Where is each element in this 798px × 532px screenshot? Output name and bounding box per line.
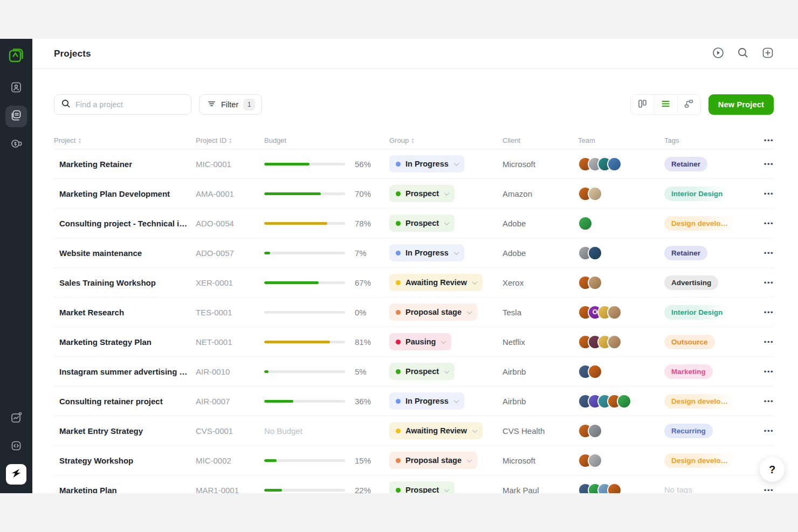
row-menu-button[interactable]: ••• [764,189,774,199]
avatar[interactable] [607,335,622,349]
project-id-cell: ADO-0054 [196,219,264,228]
status-dot-icon [396,369,401,374]
row-menu-button[interactable]: ••• [764,396,774,406]
table-row[interactable]: Market ResearchTES-00010%Proposal stageT… [54,298,774,327]
project-name[interactable]: Marketing Strategy Plan [54,337,189,347]
brand-logo-icon[interactable] [8,47,24,66]
tag-pill[interactable]: Recurring [664,424,713,438]
status-dropdown[interactable]: Prospect [389,215,455,232]
tag-pill[interactable]: Marketing [664,364,713,379]
status-dropdown[interactable]: In Progress [389,392,464,410]
status-dropdown[interactable]: Awaiting Review [389,422,483,439]
project-search[interactable] [54,94,191,115]
sort-icon[interactable]: ▲▼ [78,137,81,143]
avatar[interactable] [607,305,622,320]
table-row[interactable]: Consulting retainer projectAIR-000736%In… [54,386,774,416]
status-dropdown[interactable]: Prospect [389,363,455,380]
status-dropdown[interactable]: In Progress [389,244,464,261]
project-name[interactable]: Marketing Retainer [54,160,189,169]
table-row[interactable]: Marketing RetainerMIC-000156%In Progress… [54,149,774,179]
status-dropdown[interactable]: Awaiting Review [389,274,483,291]
avatar[interactable] [578,216,593,231]
status-dropdown[interactable]: In Progress [389,155,464,172]
row-menu-button[interactable]: ••• [764,159,774,169]
global-search-button[interactable] [737,47,749,60]
row-menu-button[interactable]: ••• [764,278,774,288]
tag-pill[interactable]: Design develo… [664,394,735,409]
avatar[interactable] [588,364,602,379]
list-view-button[interactable] [654,95,677,114]
status-dropdown[interactable]: Proposal stage [389,452,477,469]
avatar[interactable] [607,157,622,171]
tag-pill[interactable]: Interior Design [664,305,730,320]
tag-pill[interactable]: Design develo… [664,453,735,468]
tag-pill[interactable]: Design develo… [664,216,735,231]
row-menu-button[interactable]: ••• [764,218,774,229]
project-name[interactable]: Market Entry Strategy [54,426,189,436]
project-name[interactable]: Market Research [54,308,189,317]
project-name[interactable]: Marketing Plan Development [54,189,189,198]
project-name[interactable]: Strategy Workshop [54,456,189,465]
sort-icon[interactable]: ▲▼ [411,137,414,143]
status-dropdown[interactable]: Proposal stage [389,303,477,321]
tag-pill[interactable]: Retainer [664,157,707,171]
sidebar-item-finance[interactable] [5,134,27,155]
avatar[interactable] [588,453,602,468]
avatar[interactable] [607,483,622,494]
table-row[interactable]: Sales Training WorkshopXER-000167%Awaiti… [54,268,774,298]
sidebar-item-contacts[interactable] [5,78,27,99]
project-name[interactable]: Consulting project - Technical in… [54,219,189,228]
avatar[interactable] [588,186,602,201]
timeline-view-button[interactable] [677,95,700,114]
row-menu-button[interactable]: ••• [764,426,774,436]
tag-pill[interactable]: Interior Design [664,186,730,201]
search-input[interactable] [75,100,184,109]
avatar[interactable] [588,275,602,290]
tag-pill[interactable]: Retainer [664,246,707,260]
tag-pill[interactable]: Outsource [664,335,715,349]
row-menu-button[interactable]: ••• [764,485,774,494]
filter-label: Filter [221,100,238,109]
row-menu-button[interactable]: ••• [764,367,774,377]
row-menu-button[interactable]: ••• [764,337,774,347]
row-menu-button[interactable]: ••• [764,248,774,258]
project-name[interactable]: Sales Training Workshop [54,278,189,287]
avatar[interactable] [588,246,602,260]
sidebar-item-integrations[interactable] [5,436,27,458]
new-project-button[interactable]: New Project [708,94,774,115]
sidebar-item-projects[interactable] [5,106,27,127]
table-row[interactable]: Market Entry StrategyCVS-0001No BudgetAw… [54,416,774,446]
table-row[interactable]: Marketing PlanMAR1-000122%ProspectMark P… [54,475,774,493]
partner-logo-tile[interactable] [6,464,26,485]
quick-add-button[interactable] [762,47,774,60]
play-demo-button[interactable] [712,47,724,60]
table-row[interactable]: Website maintenanceADO-00577%In Progress… [54,238,774,268]
table-row[interactable]: Marketing Strategy PlanNET-000181%Pausin… [54,327,774,357]
table-row[interactable]: Instagram summer advertising c…AIR-00105… [54,357,774,386]
status-dropdown[interactable]: Prospect [389,481,455,493]
kanban-view-button[interactable] [631,95,654,114]
column-settings-button[interactable]: ••• [755,135,774,146]
filter-button[interactable]: Filter 1 [199,94,262,115]
table-row[interactable]: Marketing Plan DevelopmentAMA-000170%Pro… [54,179,774,209]
status-label: Proposal stage [405,456,462,465]
column-header-project-id[interactable]: Project ID▲▼ [196,136,264,144]
status-dropdown[interactable]: Prospect [389,185,455,202]
project-name[interactable]: Website maintenance [54,248,189,258]
column-header-project[interactable]: Project▲▼ [54,136,196,144]
sidebar-item-analytics[interactable] [5,408,27,430]
avatar[interactable] [588,424,602,438]
column-header-group[interactable]: Group▲▼ [389,136,503,144]
sort-icon[interactable]: ▲▼ [229,137,232,143]
project-name[interactable]: Consulting retainer project [54,397,189,406]
tag-pill[interactable]: Advertising [664,275,718,290]
table-row[interactable]: Consulting project - Technical in…ADO-00… [54,209,774,238]
project-name[interactable]: Marketing Plan [54,486,189,494]
row-menu-button[interactable]: ••• [764,307,774,317]
project-name[interactable]: Instagram summer advertising c… [54,367,189,376]
avatar[interactable] [617,394,631,409]
status-dropdown[interactable]: Pausing [389,333,451,350]
table-row[interactable]: Strategy WorkshopMIC-000215%Proposal sta… [54,446,774,475]
help-button[interactable]: ? [760,457,785,482]
project-id-cell: AIR-0007 [196,397,264,406]
